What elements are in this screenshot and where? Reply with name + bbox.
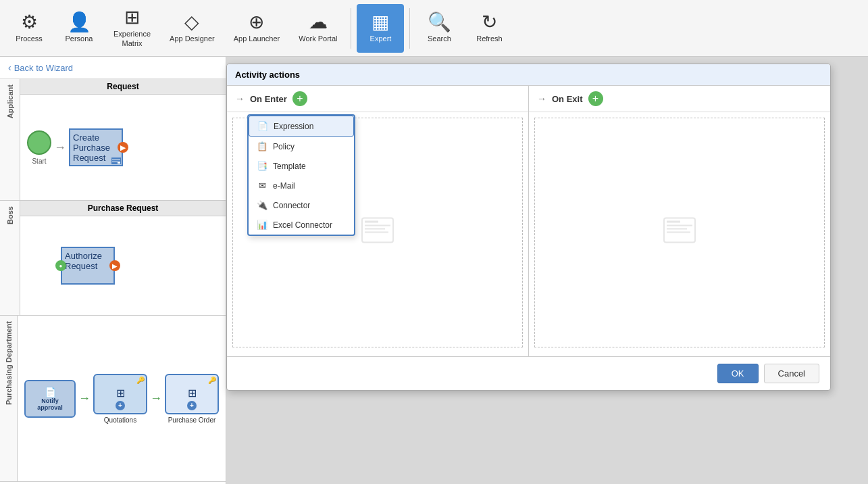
- dropdown-menu: 📄 Expression 📋 Policy 📑 Template ✉: [247, 114, 355, 236]
- dropdown-item-expression[interactable]: 📄 Expression: [249, 116, 354, 137]
- on-exit-icon: →: [537, 93, 546, 104]
- app-launcher-icon: ⊕: [249, 13, 264, 32]
- swimlane-applicant: Applicant Request Start →: [0, 79, 226, 201]
- quotations-node[interactable]: 🔑 ⊞ +: [93, 374, 147, 414]
- template-icon: 📑: [257, 161, 267, 171]
- applicant-header: Request: [20, 79, 226, 95]
- swimlane-purchasing: Purchasing Department 📄 Notifyapproval: [0, 316, 226, 482]
- app-designer-icon: ◇: [184, 13, 199, 32]
- refresh-icon: ↻: [482, 13, 497, 32]
- toolbar-item-refresh[interactable]: ↻ Refresh: [465, 4, 513, 53]
- dropdown-item-connector-label: Connector: [273, 201, 310, 210]
- toolbar-label-refresh: Refresh: [476, 34, 503, 43]
- applicant-flow: Start → CreatePurchaseRequest: [27, 128, 123, 166]
- green-arrow-2: →: [150, 391, 162, 406]
- work-portal-icon: ☁: [309, 13, 328, 32]
- notify-icon: 📄: [45, 387, 56, 397]
- on-exit-add-button[interactable]: +: [588, 91, 603, 106]
- green-arrow-1: →: [78, 391, 91, 406]
- toolbar-divider-2: [409, 8, 410, 49]
- notify-approval-node[interactable]: 📄 Notifyapproval: [24, 380, 76, 418]
- dropdown-item-expression-label: Expression: [274, 122, 313, 131]
- dropdown-item-email[interactable]: ✉ e-Mail: [249, 176, 354, 195]
- toolbar-item-persona[interactable]: 👤 Persona: [55, 4, 103, 53]
- svg-rect-2: [112, 162, 118, 164]
- toolbar-label-app-launcher: App Launcher: [234, 34, 280, 43]
- on-enter-title: On Enter: [250, 94, 287, 104]
- quotations-icon: ⊞: [116, 387, 125, 400]
- connector-in-2: ●: [55, 260, 66, 271]
- dropdown-item-excel-connector-label: Excel Connector: [273, 220, 332, 230]
- svg-rect-7: [365, 232, 388, 233]
- purchasing-label: Purchasing Department: [3, 316, 14, 410]
- dropdown-item-email-label: e-Mail: [273, 181, 295, 191]
- boss-flow: ● AuthorizeRequest ▶: [61, 247, 115, 285]
- on-exit-panel: → On Exit +: [529, 86, 830, 356]
- on-exit-title: On Exit: [552, 94, 583, 104]
- on-enter-panel: → On Enter + 📄 Expression 📋 Policy: [227, 86, 529, 356]
- back-arrow-icon: ‹: [8, 62, 11, 73]
- po-label: Purchase Order: [168, 416, 216, 424]
- start-label: Start: [32, 158, 46, 165]
- create-purchase-label: CreatePurchaseRequest: [73, 132, 110, 163]
- po-add-badge: +: [187, 401, 197, 410]
- swimlane-container: Applicant Request Start →: [0, 79, 226, 482]
- on-enter-placeholder: [361, 214, 394, 251]
- svg-rect-5: [365, 225, 390, 226]
- back-button-label: Back to Wizard: [14, 63, 73, 73]
- svg-rect-6: [365, 228, 385, 230]
- toolbar-item-process[interactable]: ⚙ Process: [5, 4, 53, 53]
- on-exit-placeholder: [663, 214, 696, 251]
- toolbar-item-search[interactable]: 🔍 Search: [415, 4, 463, 53]
- create-purchase-node[interactable]: CreatePurchaseRequest: [69, 128, 123, 166]
- back-button[interactable]: ‹ Back to Wizard: [0, 57, 226, 79]
- applicant-body: Start → CreatePurchaseRequest: [20, 95, 226, 200]
- authorize-request-node[interactable]: AuthorizeRequest: [61, 247, 115, 285]
- toolbar-item-work-portal[interactable]: ☁ Work Portal: [290, 4, 345, 53]
- expert-icon: ▦: [372, 13, 389, 32]
- dropdown-item-policy[interactable]: 📋 Policy: [249, 137, 354, 156]
- dialog-title: Activity actions: [227, 64, 830, 86]
- excel-connector-icon: 📊: [257, 220, 267, 230]
- connector-icon: 🔌: [257, 200, 267, 210]
- toolbar-label-work-portal: Work Portal: [299, 34, 337, 43]
- on-enter-icon: →: [235, 93, 245, 104]
- toolbar-label-matrix: Experience Matrix: [113, 30, 151, 47]
- dialog-footer: OK Cancel: [227, 356, 830, 390]
- connector-out-2: ▶: [109, 260, 120, 271]
- po-key-icon: 🔑: [208, 377, 216, 384]
- toolbar-item-app-launcher[interactable]: ⊕ App Launcher: [226, 4, 288, 53]
- dropdown-item-excel-connector[interactable]: 📊 Excel Connector: [249, 215, 354, 235]
- swimlane-label-applicant: Applicant: [0, 79, 20, 200]
- toolbar-divider: [351, 8, 351, 49]
- cancel-button[interactable]: Cancel: [764, 364, 819, 383]
- svg-rect-9: [667, 221, 680, 223]
- purchasing-body: 📄 Notifyapproval → 🔑 ⊞ +: [18, 316, 226, 481]
- start-node[interactable]: [27, 130, 51, 155]
- policy-icon: 📋: [257, 141, 267, 151]
- toolbar-label-search: Search: [428, 34, 451, 43]
- toolbar: ⚙ Process 👤 Persona ⊞ Experience Matrix …: [0, 0, 868, 57]
- dropdown-item-connector[interactable]: 🔌 Connector: [249, 195, 354, 215]
- key-icon: 🔑: [136, 377, 145, 384]
- placeholder-icon: [361, 214, 394, 251]
- toolbar-item-expert[interactable]: ▦ Expert: [357, 4, 404, 53]
- toolbar-item-experience-matrix[interactable]: ⊞ Experience Matrix: [105, 4, 159, 53]
- po-icon: ⊞: [188, 387, 197, 400]
- ok-button[interactable]: OK: [717, 364, 759, 383]
- authorize-request-label: AuthorizeRequest: [65, 251, 102, 271]
- persona-icon: 👤: [68, 13, 91, 32]
- main-area: ‹ Back to Wizard Applicant Request Start: [0, 57, 868, 484]
- boss-header: Purchase Request: [20, 201, 226, 216]
- toolbar-item-app-designer[interactable]: ◇ App Designer: [161, 4, 223, 53]
- purchase-order-node[interactable]: 🔑 ⊞ +: [165, 374, 219, 414]
- dropdown-item-policy-label: Policy: [273, 142, 295, 151]
- notify-label: Notifyapproval: [37, 397, 63, 411]
- dropdown-item-template[interactable]: 📑 Template: [249, 156, 354, 176]
- swimlane-label-boss: Boss: [0, 201, 20, 315]
- on-enter-add-button[interactable]: +: [292, 91, 307, 106]
- svg-rect-1: [112, 160, 120, 162]
- expression-icon: 📄: [257, 121, 268, 131]
- toolbar-label-process: Process: [16, 34, 43, 43]
- quotations-label: Quotations: [104, 416, 136, 424]
